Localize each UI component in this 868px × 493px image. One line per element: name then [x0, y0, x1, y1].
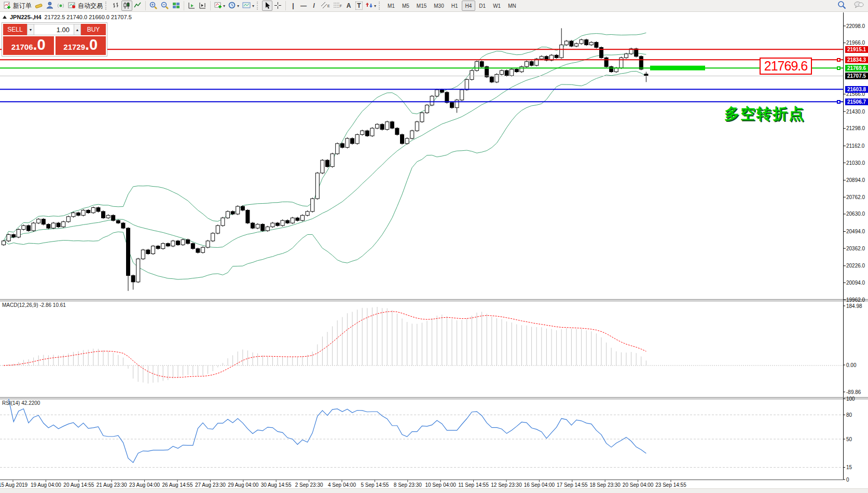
cursor-tool-button[interactable] — [262, 1, 272, 11]
candle — [430, 96, 434, 105]
buy-price-box[interactable]: 21729 .0 — [56, 36, 106, 55]
text-label-tool-button[interactable]: T — [354, 1, 364, 11]
text-label-icon: T — [355, 2, 362, 10]
bollinger-lower — [4, 71, 646, 279]
candle — [181, 240, 185, 245]
auto-scroll-button[interactable] — [197, 1, 208, 11]
timeframe-button-MN[interactable]: MN — [504, 1, 520, 11]
broadcast-button[interactable] — [56, 1, 66, 11]
auto-trading-button[interactable]: 自动交易 — [66, 1, 104, 11]
candle — [475, 62, 479, 71]
candle — [112, 215, 115, 220]
price-tick-label: 20762.0 — [846, 194, 865, 200]
candlestick-mode-button[interactable] — [121, 1, 132, 11]
candle — [321, 160, 324, 173]
line-handle[interactable] — [837, 100, 841, 104]
candle — [351, 138, 354, 144]
hline-icon: — — [300, 2, 307, 9]
chart-shift-button[interactable] — [186, 1, 197, 11]
trendline-tool-button[interactable]: / — [309, 1, 319, 11]
candle — [585, 40, 588, 45]
chart-header: JPN225-,H4 21722.5 21740.0 21660.0 21707… — [3, 14, 132, 20]
toolbar-drag-handle[interactable] — [379, 2, 382, 10]
timeframe-group: M1M5M15M30H1H4D1W1MN — [384, 1, 520, 11]
vertical-line-tool-button[interactable]: | — [288, 1, 298, 11]
candle — [266, 227, 269, 231]
chart-shift-icon — [188, 2, 196, 10]
sell-price-box[interactable]: 21706 .0 — [3, 36, 54, 55]
new-order-button[interactable]: 新订单 — [2, 1, 33, 11]
timeframe-button-M15[interactable]: M15 — [413, 1, 430, 11]
chinese-annotation[interactable]: 多空转折点 — [724, 104, 805, 124]
crosshair-tool-button[interactable] — [272, 1, 283, 11]
price-tick-label: 21162.0 — [846, 143, 864, 149]
line-handle[interactable] — [837, 58, 841, 62]
rsi-axis-label: 15 — [846, 464, 852, 470]
volume-down-button[interactable]: ▼ — [27, 24, 34, 35]
toolbar-drag-handle[interactable] — [257, 2, 260, 10]
rsi-line — [9, 399, 646, 462]
zoom-in-button[interactable] — [148, 1, 159, 11]
dropdown-caret: ▾ — [223, 4, 225, 8]
candle — [340, 144, 344, 147]
styler-button[interactable] — [33, 1, 45, 11]
candle — [206, 241, 210, 247]
zoom-out-button[interactable] — [159, 1, 171, 11]
chat-icon[interactable] — [853, 1, 864, 11]
candle — [610, 67, 613, 72]
candle — [141, 250, 145, 259]
toolbar-drag-handle[interactable] — [105, 2, 108, 10]
timeframe-button-D1[interactable]: D1 — [475, 1, 489, 11]
macd-label: MACD(12,26,9) -2.86 10.61 — [2, 302, 66, 308]
volume-up-button[interactable]: ▲ — [74, 24, 81, 35]
search-icon[interactable] — [837, 1, 846, 11]
chart-canvas — [0, 0, 868, 493]
candle — [7, 234, 10, 241]
candle — [296, 218, 299, 220]
candle — [97, 208, 100, 212]
price-callout[interactable]: 21769.6 — [760, 58, 812, 75]
candle — [639, 57, 643, 69]
template-button[interactable]: ▾ — [241, 1, 256, 11]
text-tool-button[interactable]: A — [343, 1, 354, 11]
line-chart-mode-button[interactable] — [132, 1, 143, 11]
candle — [470, 71, 474, 79]
candle — [390, 122, 394, 128]
toolbar-separator — [184, 1, 184, 10]
candle — [530, 62, 533, 65]
candle — [171, 241, 175, 246]
channel-tool-button[interactable]: E — [319, 1, 332, 11]
candle — [276, 223, 280, 226]
toolbar-separator — [210, 1, 211, 10]
buy-button[interactable]: BUY — [81, 24, 106, 35]
candle — [425, 105, 429, 113]
timeframe-button-M30[interactable]: M30 — [430, 1, 447, 11]
periods-button[interactable]: ▾ — [227, 1, 241, 11]
timeframe-button-W1[interactable]: W1 — [489, 1, 504, 11]
new-order-icon — [3, 2, 11, 10]
fibonacci-tool-button[interactable]: F — [332, 1, 343, 11]
new-chart-button[interactable]: ▾ — [213, 1, 227, 11]
candle — [455, 100, 459, 108]
arrows-tool-button[interactable]: ▾ — [364, 1, 378, 11]
price-tick-label: 20494.0 — [846, 229, 865, 234]
horizontal-line-tool-button[interactable]: — — [298, 1, 309, 11]
candle — [505, 71, 508, 76]
thick-green-segment[interactable] — [650, 66, 705, 71]
candle — [116, 220, 120, 223]
tile-windows-button[interactable] — [171, 1, 182, 11]
dropdown-caret: ▾ — [252, 4, 254, 8]
timeframe-button-H1[interactable]: H1 — [448, 1, 462, 11]
time-axis-label: 20 Sep 04:00 — [623, 482, 654, 488]
timeframe-button-M1[interactable]: M1 — [384, 1, 398, 11]
timeframe-button-H4[interactable]: H4 — [462, 1, 476, 11]
timeframe-button-M5[interactable]: M5 — [398, 1, 413, 11]
volume-input[interactable]: 1.00 — [34, 24, 74, 35]
collapse-triangle-icon[interactable] — [3, 16, 7, 19]
sell-button[interactable]: SELL — [3, 24, 27, 35]
bar-chart-mode-button[interactable] — [111, 1, 121, 11]
time-axis-label: 16 Sep 04:00 — [524, 482, 555, 488]
line-handle[interactable] — [837, 66, 841, 70]
community-button[interactable] — [45, 1, 56, 11]
candle — [47, 224, 50, 228]
